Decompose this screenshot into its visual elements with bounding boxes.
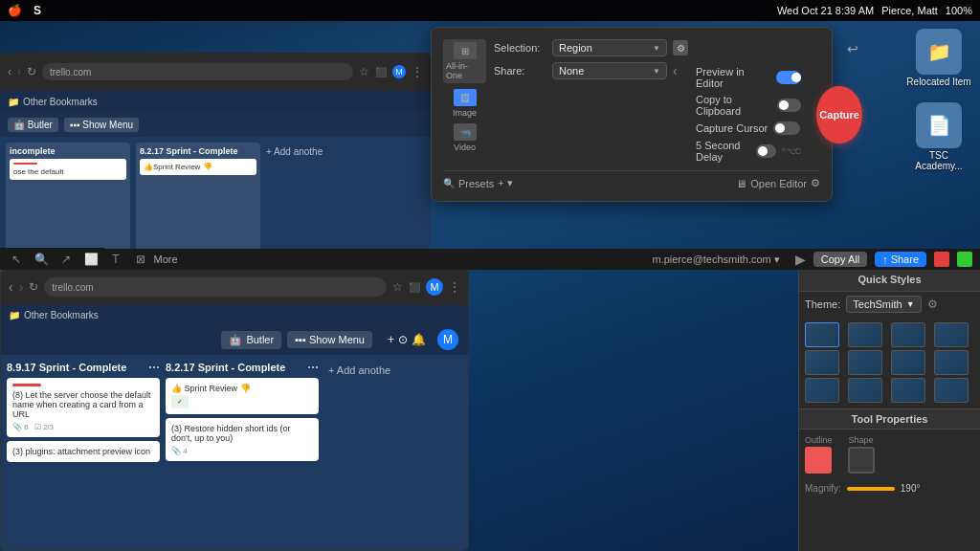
trello-header-bar: 🤖 Butler ▪▪▪ Show Menu + ⊙ 🔔 M [1, 324, 468, 355]
trello-card-2-2[interactable]: (3) Restore hidden short ids (or don't, … [166, 418, 319, 461]
share-dropdown[interactable]: None ▼ [552, 62, 667, 79]
share-icon: ↑ [882, 253, 888, 265]
style-thumb-1[interactable] [805, 322, 839, 347]
clipboard-toggle[interactable] [777, 99, 801, 112]
copy-all-button[interactable]: Copy All [813, 252, 867, 267]
theme-row: Theme: TechSmith ▼ ⚙ [799, 292, 980, 317]
magnify-value: 190° [901, 483, 921, 494]
bookmarks-bar-main: 📁 Other Bookmarks [1, 305, 468, 324]
undo-row: ↩ [696, 39, 862, 58]
green-btn[interactable] [957, 252, 972, 267]
theme-dropdown[interactable]: TechSmith ▼ [846, 296, 921, 313]
address-bar-bg[interactable]: trello.com [42, 63, 353, 80]
shape-icon[interactable]: ⬜ [82, 251, 100, 268]
outline-box[interactable] [805, 447, 832, 474]
magnify-label: Magnify: [805, 483, 841, 494]
nav-back[interactable]: ‹ [8, 65, 11, 78]
magnify-slider[interactable] [847, 487, 895, 491]
show-menu-btn[interactable]: ▪▪▪ Show Menu [287, 331, 372, 348]
add-icon[interactable]: + [388, 333, 394, 346]
trello-card-1-1[interactable]: (8) Let the server choose the default na… [7, 378, 160, 437]
delay-toggle[interactable] [756, 144, 776, 158]
search-icon[interactable]: 🔍 [33, 251, 50, 268]
address-bar[interactable]: trello.com [44, 277, 387, 297]
menubar-user: Pierce, Matt [881, 5, 938, 16]
snagit-right: ↩ Preview in Editor Copy to Clipboard Ca… [696, 39, 862, 163]
share-row: Share: None ▼ ‹ [494, 62, 688, 79]
trello-card-2-1[interactable]: 👍 Sprint Review 👎 ✓ [166, 378, 319, 414]
more-label[interactable]: More [157, 251, 174, 268]
snagit-panel: ⊞ All-in-One 🖼 Image 📹 Video Selection: … [431, 27, 833, 202]
add-another-btn[interactable]: + Add anothe [324, 361, 394, 380]
text-icon[interactable]: T [107, 251, 124, 268]
reload[interactable]: ↻ [27, 65, 36, 78]
style-thumb-4[interactable] [934, 322, 969, 347]
style-thumb-11[interactable] [891, 378, 925, 403]
video-icon: 📹 [454, 123, 477, 141]
mode-video[interactable]: 📹 Video [443, 123, 486, 152]
quick-styles-title: Quick Styles [799, 268, 980, 292]
style-thumb-2[interactable] [848, 322, 882, 347]
open-editor-gear[interactable]: ⚙ [811, 177, 820, 189]
add-preset[interactable]: + ▾ [498, 177, 512, 189]
arrow-icon[interactable]: ↗ [57, 251, 75, 268]
reload-main[interactable]: ↻ [29, 280, 38, 294]
share-collapse-icon[interactable]: ‹ [673, 63, 678, 78]
col2-menu[interactable]: ⋯ [307, 361, 319, 374]
trello-col-sprint-bg: 8.2.17 Sprint - Complete 👍Sprint Review … [136, 143, 260, 257]
col1-menu[interactable]: ⋯ [148, 361, 160, 374]
cursor-option: Capture Cursor [696, 121, 801, 135]
card-status: ✓ [171, 395, 189, 408]
blur-icon[interactable]: ⊠ [132, 251, 149, 268]
style-thumb-12[interactable] [934, 378, 969, 403]
desktop-icon-tsc[interactable]: 📄 TSC Academy... [905, 102, 972, 171]
selection-dropdown[interactable]: Region ▼ [552, 39, 667, 56]
nav-back-main[interactable]: ‹ [9, 279, 13, 295]
desktop-icon-label-tsc: TSC Academy... [905, 150, 972, 171]
play-icon[interactable]: ▶ [795, 252, 806, 267]
add-col-bg[interactable]: + Add anothe [266, 143, 323, 257]
preview-toggle[interactable] [776, 71, 801, 84]
open-editor-btn[interactable]: 🖥 Open Editor ⚙ [736, 177, 820, 189]
card-1-1-meta: 📎 6 ☑ 2/3 [12, 423, 154, 431]
style-thumb-10[interactable] [848, 378, 882, 403]
menubar-time: Wed Oct 21 8:39 AM [777, 5, 874, 16]
more-icon[interactable]: ⋮ [412, 65, 423, 78]
selection-gear[interactable]: ⚙ [673, 40, 688, 55]
snagit-modes: ⊞ All-in-One 🖼 Image 📹 Video [443, 39, 486, 163]
mode-image[interactable]: 🖼 Image [443, 89, 486, 118]
bell-icon[interactable]: 🔔 [412, 333, 426, 346]
style-thumb-7[interactable] [891, 350, 925, 375]
style-thumb-8[interactable] [934, 350, 969, 375]
filter-icon[interactable]: ⊙ [398, 333, 408, 346]
style-thumb-6[interactable] [848, 350, 882, 375]
desktop-icon-relocated[interactable]: 📁 Relocated Item [905, 29, 972, 87]
menubar-left: 🍎 S [8, 4, 41, 17]
add-another-col[interactable]: + Add anothe [324, 361, 394, 551]
tool-props-row: Outline Shape [799, 430, 980, 479]
capture-button[interactable]: Capture [816, 86, 862, 143]
style-thumb-3[interactable] [891, 322, 925, 347]
mode-all-in-one[interactable]: ⊞ All-in-One [443, 39, 486, 83]
trello-card-1-2[interactable]: (3) plugins: attachment preview icon [7, 441, 160, 462]
more-icon-main[interactable]: ⋮ [449, 280, 460, 294]
undo-button[interactable]: ↩ [843, 39, 862, 58]
red-btn[interactable] [934, 252, 949, 267]
nav-forward[interactable]: › [17, 65, 21, 78]
nav-forward-main[interactable]: › [19, 279, 24, 295]
butler-btn[interactable]: 🤖 Butler [221, 331, 281, 349]
trello-col-2: 8.2.17 Sprint - Complete ⋯ 👍 Sprint Revi… [166, 361, 319, 551]
style-thumb-9[interactable] [805, 378, 839, 403]
ext-icon: ⬛ [409, 282, 420, 293]
browser-main: ‹ › ↻ trello.com ☆ ⬛ M ⋮ 📁 Other Bookmar… [0, 268, 469, 551]
card-label-red [12, 384, 41, 386]
apple-menu[interactable]: 🍎 [8, 4, 22, 17]
theme-settings-icon[interactable]: ⚙ [927, 298, 938, 311]
style-thumb-5[interactable] [805, 350, 839, 375]
cursor-toggle[interactable] [773, 121, 800, 135]
share-button[interactable]: ↑ Share [875, 252, 926, 267]
col1-title: 8.9.17 Sprint - Complete [7, 362, 126, 373]
bookmarks-label-bg: Other Bookmarks [23, 97, 98, 107]
shape-box[interactable] [848, 447, 875, 474]
pointer-icon[interactable]: ↖ [8, 251, 25, 268]
